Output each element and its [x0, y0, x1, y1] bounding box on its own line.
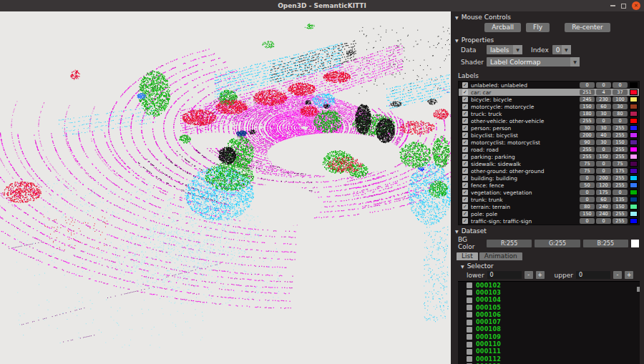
checkbox-icon[interactable] [467, 334, 472, 340]
label-color-swatch[interactable] [630, 211, 638, 217]
checkbox-icon[interactable]: ✓ [462, 139, 468, 145]
file-list-item[interactable]: 000105 [458, 304, 640, 311]
checkbox-icon[interactable]: ✓ [462, 168, 468, 174]
label-color-swatch[interactable] [630, 182, 638, 188]
label-blue-value[interactable]: 255 [613, 182, 628, 188]
label-blue-value[interactable]: 0 [613, 190, 628, 195]
label-row[interactable]: ✓other-vehicle: other-vehicle25500 [459, 117, 639, 124]
checkbox-icon[interactable] [467, 327, 472, 333]
arcball-button[interactable]: Arcball [484, 23, 521, 32]
checkbox-icon[interactable]: ✓ [462, 154, 468, 159]
checkbox-icon[interactable] [467, 356, 472, 362]
file-list-item[interactable]: 000107 [458, 318, 640, 325]
checkbox-icon[interactable]: ✓ [462, 175, 468, 181]
collapse-icon[interactable]: ▼ [455, 15, 459, 20]
file-list-item[interactable]: 000112 [458, 355, 640, 363]
label-blue-value[interactable]: 30 [613, 104, 628, 109]
upper-decrement-button[interactable]: - [613, 271, 622, 279]
label-row[interactable]: ✓pole: pole150240255 [459, 210, 639, 217]
checkbox-icon[interactable]: ✓ [462, 111, 468, 117]
checkbox-icon[interactable]: ✓ [462, 147, 468, 152]
label-row[interactable]: ✓fence: fence50120255 [459, 182, 639, 189]
upper-input[interactable]: 0 [576, 271, 610, 279]
label-blue-value[interactable]: 175 [613, 168, 628, 174]
label-row[interactable]: ✓trunk: trunk060135 [459, 196, 639, 203]
recenter-button[interactable]: Re-center [565, 23, 610, 32]
bg-color-swatch[interactable] [631, 240, 639, 247]
label-blue-value[interactable]: 255 [613, 211, 628, 217]
checkbox-icon[interactable]: ✓ [462, 161, 468, 167]
label-color-swatch[interactable] [630, 204, 638, 210]
label-green-value[interactable]: 0 [596, 218, 611, 224]
label-color-swatch[interactable] [630, 175, 638, 181]
label-color-swatch[interactable] [630, 190, 638, 195]
label-blue-value[interactable]: 255 [613, 125, 628, 131]
label-red-value[interactable]: 0 [580, 218, 595, 224]
label-red-value[interactable]: 251 [580, 89, 595, 95]
label-green-value[interactable]: 150 [596, 154, 611, 159]
file-list-item[interactable]: 000103 [458, 289, 640, 296]
label-color-swatch[interactable] [630, 111, 638, 117]
label-color-swatch[interactable] [630, 154, 638, 159]
label-green-value[interactable]: 0 [596, 147, 611, 152]
label-row[interactable]: ✓motorcyclist: motorcyclist9030150 [459, 139, 639, 146]
label-green-value[interactable]: 0 [596, 118, 611, 124]
label-row[interactable]: ✓truck: truck1803080 [459, 110, 639, 117]
label-red-value[interactable]: 0 [580, 175, 595, 181]
file-list-item[interactable]: 000108 [458, 326, 640, 333]
label-green-value[interactable]: 0 [596, 161, 611, 167]
label-green-value[interactable]: 230 [596, 97, 611, 102]
collapse-icon[interactable]: ▼ [455, 229, 459, 234]
label-row[interactable]: ✓motorcycle: motorcycle1506030 [459, 103, 639, 110]
upper-increment-button[interactable]: + [625, 271, 633, 279]
checkbox-icon[interactable]: ✓ [462, 182, 468, 188]
label-blue-value[interactable]: 37 [613, 89, 628, 95]
checkbox-icon[interactable]: ✓ [462, 197, 468, 202]
label-color-swatch[interactable] [630, 97, 638, 102]
file-list-item[interactable]: 000106 [458, 311, 640, 318]
index-dropdown[interactable]: 0 ▼ [552, 45, 571, 54]
label-row[interactable]: ✓unlabeled: unlabeled000 [459, 82, 639, 89]
label-green-value[interactable]: 240 [596, 211, 611, 217]
label-red-value[interactable]: 75 [580, 168, 595, 174]
label-green-value[interactable]: 30 [596, 139, 611, 145]
label-green-value[interactable]: 240 [596, 204, 611, 210]
label-color-swatch[interactable] [630, 197, 638, 202]
tab-list[interactable]: List [457, 252, 478, 260]
label-red-value[interactable]: 0 [580, 190, 595, 195]
file-list-item[interactable]: 000110 [458, 340, 640, 348]
checkbox-icon[interactable]: ✓ [462, 97, 468, 102]
label-row[interactable]: ✓bicycle: bicycle245230100 [459, 96, 639, 103]
label-green-value[interactable]: 175 [596, 190, 611, 195]
label-red-value[interactable]: 180 [580, 111, 595, 117]
dropdown-arrow-icon[interactable]: ▼ [513, 45, 522, 54]
label-blue-value[interactable]: 255 [613, 147, 628, 152]
checkbox-icon[interactable]: ✓ [462, 204, 468, 210]
label-color-swatch[interactable] [630, 118, 638, 124]
label-red-value[interactable]: 150 [580, 104, 595, 109]
checkbox-icon[interactable] [467, 282, 472, 288]
collapse-icon[interactable]: ▼ [461, 264, 464, 269]
lower-increment-button[interactable]: + [536, 271, 545, 279]
titlebar[interactable]: Open3D - SemanticKITTI ✕ [0, 0, 644, 11]
label-color-swatch[interactable] [630, 168, 638, 174]
label-row[interactable]: ✓other-ground: other-ground750175 [459, 167, 639, 174]
label-color-swatch[interactable] [630, 82, 638, 88]
label-blue-value[interactable]: 75 [613, 161, 628, 167]
minimize-icon[interactable] [610, 5, 615, 6]
dropdown-arrow-icon[interactable]: ▼ [562, 45, 571, 54]
label-red-value[interactable]: 0 [580, 197, 595, 202]
data-dropdown[interactable]: labels ▼ [487, 45, 522, 54]
labels-list[interactable]: ✓unlabeled: unlabeled000✓car: car251437✓… [458, 81, 640, 225]
label-red-value[interactable]: 0 [580, 82, 595, 88]
shader-dropdown[interactable]: Label Colormap ▼ [487, 57, 580, 67]
checkbox-icon[interactable] [467, 305, 472, 310]
maximize-icon[interactable] [621, 4, 626, 9]
label-blue-value[interactable]: 255 [613, 218, 628, 224]
label-row[interactable]: ✓parking: parking255150255 [459, 153, 639, 160]
label-green-value[interactable]: 60 [596, 197, 611, 202]
frame-file-list[interactable]: 0001020001030001040001050001060001070001… [458, 281, 640, 364]
checkbox-icon[interactable]: ✓ [462, 125, 468, 131]
label-green-value[interactable]: 120 [596, 182, 611, 188]
label-green-value[interactable]: 0 [596, 168, 611, 174]
